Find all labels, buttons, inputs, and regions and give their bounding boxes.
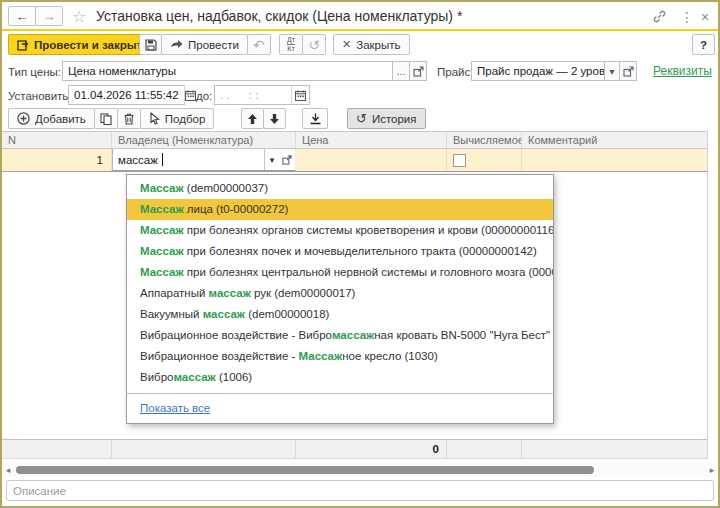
to-label: до: [196,90,212,102]
post-label: Провести [188,39,239,51]
computed-cell[interactable] [447,149,522,171]
title-underline [2,29,718,31]
post-close-icon [17,39,29,51]
load-button[interactable] [302,108,328,129]
move-down-button[interactable] [263,108,286,129]
dropdown-item[interactable]: Массаж при болезнях центральной нервной … [127,262,553,283]
dropdown-item[interactable]: Вибромассаж (1006) [127,367,553,388]
price-label: Прайс: [437,66,473,78]
column-header-owner[interactable]: Владелец (Номенклатура) [112,132,296,148]
pointer-icon [149,112,160,125]
copy-icon [100,113,112,125]
owner-input[interactable]: массаж [113,153,264,166]
price-type-label: Тип цены: [8,66,61,78]
row-number-cell[interactable]: 1 [2,149,112,171]
load-icon [309,113,322,125]
scroll-right-icon[interactable]: ▸ [706,463,718,477]
price-cell[interactable] [296,149,447,171]
post-and-close-button[interactable]: Провести и закрыть [8,34,158,55]
autocomplete-dropdown: Массаж (dem00000037)Массаж лица (t0-0000… [126,174,554,424]
to-field[interactable]: . . : : [214,85,310,105]
calendar-icon[interactable] [291,86,309,104]
description-input[interactable] [6,480,714,501]
get-link-icon[interactable] [652,9,667,24]
add-row-button[interactable]: Добавить [8,108,95,129]
owner-open-icon[interactable] [279,149,295,170]
table-right-border [707,131,708,459]
computed-checkbox[interactable] [453,154,466,167]
price-type-open-icon[interactable] [409,61,427,81]
forward-button[interactable]: → [35,6,63,26]
dt-kt-icon: ДтКт [287,36,295,53]
price-type-choose-button[interactable]: ... [392,61,410,81]
dropdown-item[interactable]: Массаж при болезнях органов системы кров… [127,220,553,241]
show-all-link[interactable]: Показать все [127,394,553,423]
back-button[interactable]: ← [8,6,36,26]
save-icon [145,39,157,51]
column-header-computed[interactable]: Вычисляемое [447,132,522,148]
price-open-icon[interactable] [619,61,637,81]
favorite-star-icon[interactable]: ☆ [72,7,86,26]
price-table: N Владелец (Номенклатура) Цена Вычисляем… [2,131,708,172]
arrow-up-icon [247,113,258,125]
requisites-link[interactable]: Реквизиты [653,64,712,78]
help-button[interactable]: ? [692,34,715,55]
owner-cell[interactable]: массаж ▾ [112,149,296,171]
dropdown-item[interactable]: Массаж (dem00000037) [127,178,553,199]
dropdown-list: Массаж (dem00000037)Массаж лица (t0-0000… [127,178,553,388]
column-header-price[interactable]: Цена [296,132,447,148]
price-type-field[interactable]: Цена номенклатуры [62,61,393,81]
pick-button[interactable]: Подбор [140,108,215,129]
owner-dropdown-button[interactable]: ▾ [264,149,279,170]
post-and-close-label: Провести и закрыть [34,39,149,51]
move-up-button[interactable] [241,108,264,129]
history-button[interactable]: ↺ История [347,108,426,129]
close-label: Закрыть [356,39,400,51]
dropdown-item[interactable]: Аппаратный массаж рук (dem00000017) [127,283,553,304]
movements-history-button[interactable]: ↺ [302,34,326,55]
history-icon: ↺ [356,111,367,126]
add-label: Добавить [35,113,86,125]
totals-computed [447,440,522,458]
table-header: N Владелец (Номенклатура) Цена Вычисляем… [2,131,708,149]
dt-kt-button[interactable]: ДтКт [279,34,303,55]
price-field[interactable]: Прайс продаж — 2 уровень (RUB) [471,61,605,81]
totals-comment [522,440,707,458]
undo-button[interactable]: ↶ [247,34,271,55]
text-caret [162,153,163,166]
scrollbar-thumb[interactable] [16,466,594,474]
scroll-left-icon[interactable]: ◂ [2,463,14,477]
undo-icon: ↶ [253,37,265,53]
delete-row-button[interactable] [117,108,141,129]
column-header-comment[interactable]: Комментарий [522,132,708,148]
dropdown-item[interactable]: Массаж лица (t0-00000272) [127,199,553,220]
price-dropdown-button[interactable]: ▾ [604,61,620,81]
totals-n [2,440,112,458]
dropdown-item[interactable]: Вибрационное воздействие - Массажное кре… [127,346,553,367]
set-from-field[interactable]: 01.04.2026 11:55:42 [68,85,185,105]
totals-row: 0 [2,439,707,459]
window-close-icon[interactable]: × [701,9,709,25]
column-header-n[interactable]: N [2,132,112,148]
comment-cell[interactable] [522,149,708,171]
post-icon [170,39,183,50]
dropdown-item[interactable]: Массаж при болезнях почек и мочевыделите… [127,241,553,262]
copy-row-button[interactable] [94,108,118,129]
dropdown-item[interactable]: Вибрационное воздействие - Вибромассажна… [127,325,553,346]
set-from-value: 01.04.2026 11:55:42 [69,89,184,101]
more-menu-icon[interactable]: ⋮ [680,9,694,25]
close-x-icon: ✕ [342,38,351,51]
calendar-icon[interactable] [184,86,196,104]
save-button[interactable] [139,34,162,55]
close-button[interactable]: ✕ Закрыть [333,34,410,55]
horizontal-scrollbar[interactable]: ◂ ▸ [2,463,718,477]
history-label: История [372,113,417,125]
totals-price: 0 [296,440,447,458]
table-toolbar: Добавить Подбор [2,106,718,130]
arrow-down-icon [269,113,280,125]
post-button[interactable]: Провести [161,34,248,55]
back-icon: ← [16,9,29,24]
page-title: Установка цен, надбавок, скидок (Цена но… [96,8,462,24]
to-placeholder: . . : : [215,89,291,101]
dropdown-item[interactable]: Вакуумный массаж (dem00000018) [127,304,553,325]
